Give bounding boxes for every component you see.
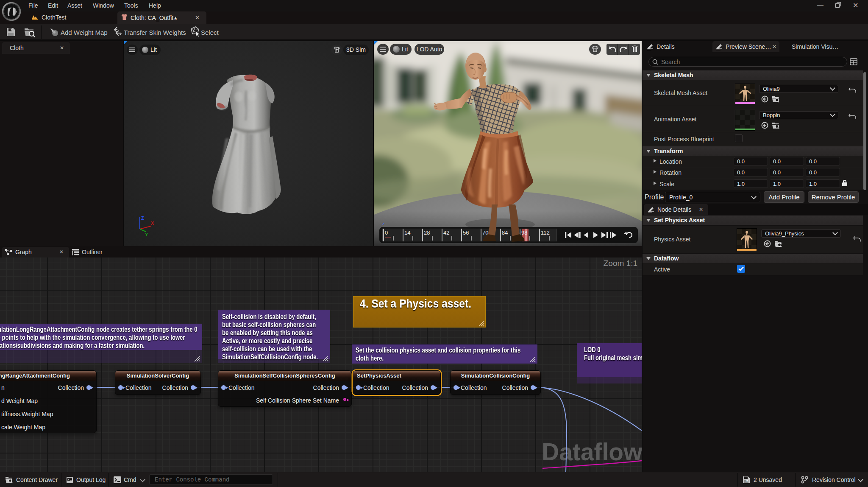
svg-text:14: 14: [404, 230, 410, 236]
svg-text:Y: Y: [145, 232, 148, 237]
svg-text:X: X: [151, 221, 154, 226]
svg-text:0: 0: [385, 230, 388, 236]
svg-text:28: 28: [424, 230, 430, 236]
svg-text:112: 112: [541, 230, 550, 236]
svg-text:42: 42: [443, 230, 449, 236]
svg-text:*: *: [746, 479, 748, 484]
svg-text:56: 56: [463, 230, 469, 236]
svg-text:Z: Z: [141, 216, 144, 221]
